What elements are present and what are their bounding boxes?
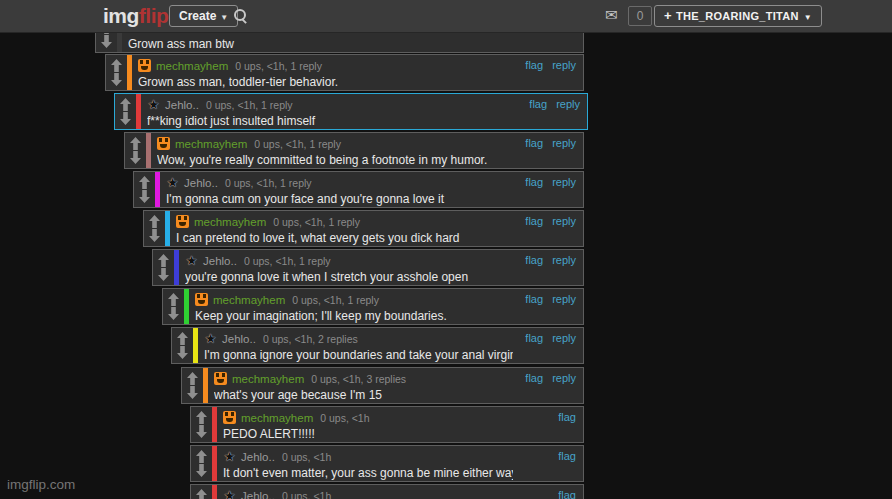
thread-color-stripe [212,407,217,442]
vote-column [134,172,155,207]
comment-header-row: ★ Jehlo.. 0 ups, <1h, 1 reply [166,175,513,190]
upvote-button[interactable] [177,332,188,345]
create-button-label: Create [179,9,216,23]
reply-link[interactable]: reply [552,215,576,227]
downvote-button[interactable] [177,346,188,359]
vote-column [115,94,136,129]
flag-link[interactable]: flag [525,215,543,227]
reply-link[interactable]: reply [552,254,576,266]
thread-color-stripe [212,446,217,481]
user-avatar[interactable] [214,372,227,385]
star-avatar[interactable]: ★ [223,489,236,499]
upvote-button[interactable] [139,176,150,189]
downvote-button[interactable] [187,386,198,399]
user-avatar[interactable] [223,411,236,424]
comment-header-row: mechmayhem 0 ups, <1h, 1 reply [157,136,513,151]
flag-link[interactable]: flag [558,489,576,499]
flag-link[interactable]: flag [558,411,576,423]
upvote-button[interactable] [158,254,169,267]
reply-link[interactable]: reply [552,176,576,188]
username-link[interactable]: Jehlo.. [203,255,237,267]
star-avatar[interactable]: ★ [166,176,179,189]
username-link[interactable]: Jehlo.. [241,490,275,499]
comment-content: mechmayhem 0 ups, <1h, 1 reply Grown ass… [138,55,513,89]
upvote-button[interactable] [196,411,207,424]
search-button[interactable] [233,8,249,24]
upvote-button[interactable] [187,372,198,385]
downvote-button[interactable] [120,112,131,125]
star-avatar[interactable]: ★ [185,254,198,267]
flag-link[interactable]: flag [558,450,576,462]
username-link[interactable]: Jehlo.. [184,177,218,189]
username-link[interactable]: mechmayhem [241,412,313,424]
reply-link[interactable]: reply [556,98,580,110]
upvote-button[interactable] [196,489,207,499]
user-avatar[interactable] [195,293,208,306]
flag-link[interactable]: flag [525,176,543,188]
create-button[interactable]: Create▼ [169,5,238,27]
thread-color-stripe [193,328,198,363]
flag-link[interactable]: flag [529,98,547,110]
notification-count-badge[interactable]: 0 [628,6,652,26]
reply-link[interactable]: reply [552,332,576,344]
downvote-button[interactable] [196,425,207,438]
flag-link[interactable]: flag [525,293,543,305]
downvote-button[interactable] [101,35,112,48]
flag-link[interactable]: flag [525,372,543,384]
comment-actions: flag [552,411,576,423]
username-link[interactable]: mechmayhem [213,294,285,306]
username-link[interactable]: mechmayhem [194,216,266,228]
vote-column [106,55,127,90]
downvote-button[interactable] [139,190,150,203]
reply-link[interactable]: reply [552,372,576,384]
downvote-button[interactable] [130,151,141,164]
downvote-button[interactable] [158,268,169,281]
user-menu-button[interactable]: +THE_ROARING_TITAN▼ [654,5,822,27]
user-avatar[interactable] [176,215,189,228]
user-avatar[interactable] [138,59,151,72]
star-avatar[interactable]: ★ [204,332,217,345]
comment-content: mechmayhem 0 ups, <1h, 1 reply Keep your… [195,289,513,323]
upvote-button[interactable] [196,450,207,463]
username-link[interactable]: mechmayhem [175,138,247,150]
flag-link[interactable]: flag [525,254,543,266]
username-link[interactable]: Jehlo.. [165,99,199,111]
downvote-button[interactable] [196,464,207,477]
comment-text: PEDO ALERT!!!!! [223,427,513,441]
imgflip-logo[interactable]: imgflip [103,4,168,28]
upvote-button[interactable] [120,98,131,111]
reply-link[interactable]: reply [552,293,576,305]
reply-link[interactable]: reply [552,59,576,71]
downvote-button[interactable] [168,307,179,320]
user-avatar[interactable] [157,137,170,150]
comment: ★ Jehlo.. 0 ups, <1h It don't even matte… [190,445,584,482]
flag-link[interactable]: flag [525,137,543,149]
avatar-eye [231,412,234,416]
vote-column [163,289,184,324]
star-avatar[interactable]: ★ [147,98,160,111]
downvote-button[interactable] [111,73,122,86]
comment-header-row: ★ Jehlo.. 0 ups, <1h, 2 replies [204,331,513,346]
avatar-mouth [160,144,167,148]
comment-actions: flag reply [519,215,576,227]
comment-header-row: mechmayhem 0 ups, <1h, 1 reply [195,292,513,307]
messages-icon[interactable]: ✉ [605,6,618,24]
username-link[interactable]: mechmayhem [156,60,228,72]
upvote-button[interactable] [149,215,160,228]
upvote-button[interactable] [111,59,122,72]
upvote-button[interactable] [130,137,141,150]
username-link[interactable]: Jehlo.. [241,451,275,463]
username-link[interactable]: Jehlo.. [222,333,256,345]
thread-color-stripe [155,172,160,207]
star-avatar[interactable]: ★ [223,450,236,463]
comment-header-row: ★ Jehlo.. 0 ups, <1h [223,488,513,499]
username-link[interactable]: mechmayhem [232,373,304,385]
flag-link[interactable]: flag [525,332,543,344]
plus-icon: + [664,8,672,23]
flag-link[interactable]: flag [525,59,543,71]
downvote-button[interactable] [149,229,160,242]
upvote-button[interactable] [168,293,179,306]
comment-content: ★ Jehlo.. 0 ups, <1h [223,485,513,499]
reply-link[interactable]: reply [552,137,576,149]
comment: ★ Jehlo.. 0 ups, <1h, 1 reply you're gon… [152,249,584,286]
